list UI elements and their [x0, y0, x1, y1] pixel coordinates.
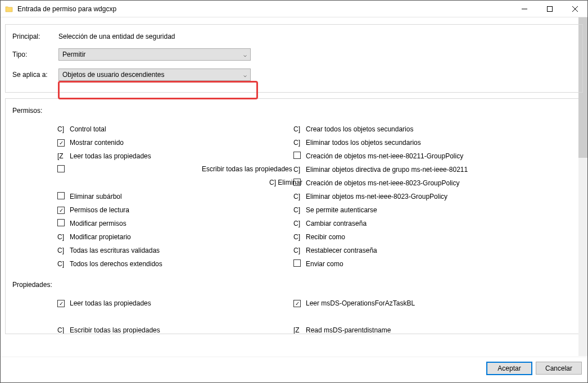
properties-columns: ✓Leer todas las propiedadesC]Escribir to…	[57, 297, 576, 334]
checkbox-glyph: C]	[293, 139, 306, 147]
chevron-down-icon: ⌵	[243, 72, 247, 78]
permission-item: Eliminar subárbol	[57, 190, 293, 203]
principal-link[interactable]: Selección de una entidad de seguridad	[58, 33, 175, 40]
permission-label: Enviar como	[306, 260, 343, 268]
permission-item	[57, 176, 293, 190]
folder-icon	[5, 5, 13, 13]
checkbox-glyph: C]	[293, 125, 306, 133]
permission-label: Recibir como	[306, 233, 345, 241]
permission-item: C]Recibir como	[293, 230, 530, 244]
checkbox-glyph: C]	[293, 220, 306, 227]
permission-item: ✓Mostrar contenido	[57, 136, 293, 149]
permission-item: C]Control total	[57, 122, 293, 136]
checkbox[interactable]	[57, 192, 65, 199]
permission-label: Todos los derechos extendidos	[70, 260, 162, 268]
applies-value: Objetos de usuario descendientes	[62, 71, 164, 79]
permission-item: C]Restablecer contraseña	[293, 244, 530, 257]
properties-label: Propiedades:	[12, 281, 576, 289]
permission-label: Eliminar subárbol	[70, 193, 122, 200]
permission-label: Eliminar objetos ms-net-ieee-8023-GroupP…	[306, 193, 447, 200]
applies-label: Se aplica a:	[12, 71, 58, 79]
checkbox[interactable]	[293, 152, 301, 159]
cancel-button[interactable]: Cancelar	[536, 362, 582, 375]
bottom-bar: Aceptar Cancelar	[1, 357, 587, 379]
checkbox-glyph: [Z	[57, 152, 70, 160]
permission-label: Creación de objetos ms-net-ieee-80211-Gr…	[306, 152, 463, 160]
permission-item: C]Se permite autenticarse	[293, 203, 530, 217]
titlebar: Entrada de permiso para wdgcxp	[1, 1, 587, 17]
checkbox[interactable]: ✓	[293, 300, 301, 307]
permission-item: ✓Leer msDS-OperationsForAzTaskBL	[293, 297, 530, 310]
checkbox[interactable]	[293, 259, 301, 267]
permission-label: Leer msDS-OperationsForAzTaskBL	[306, 299, 415, 307]
ok-button[interactable]: Aceptar	[486, 362, 532, 375]
permission-item: C]Todos los derechos extendidos	[57, 257, 293, 271]
checkbox-glyph: C]	[57, 247, 70, 254]
permission-item: C]Eliminar objetos ms-net-ieee-8023-Grou…	[293, 190, 530, 203]
checkbox[interactable]	[57, 219, 65, 226]
permission-item: Creación de objetos ms-net-ieee-8023-Gro…	[293, 176, 530, 190]
checkbox-glyph: C]	[293, 166, 306, 174]
checkbox[interactable]	[57, 165, 65, 172]
permission-label: Crear todos los objetos secundarios	[306, 125, 413, 133]
properties-left-column: ✓Leer todas las propiedadesC]Escribir to…	[57, 297, 293, 334]
close-button[interactable]	[562, 1, 587, 17]
permission-label: Leer todas las propiedades	[70, 152, 151, 160]
checkbox-glyph: C]	[293, 193, 306, 200]
permission-label: Escribir todas las propiedades	[70, 326, 160, 334]
permission-item: Enviar como	[293, 257, 530, 271]
permission-item: C]Eliminar objetos directiva de grupo ms…	[293, 163, 530, 176]
permission-label: Eliminar objetos directiva de grupo ms-n…	[306, 166, 468, 174]
checkbox[interactable]: ✓	[57, 300, 65, 307]
permission-label: Se permite autenticarse	[306, 206, 377, 214]
permission-label: Modificar permisos	[70, 220, 126, 227]
permission-item: C]Escribir todas las propiedades	[57, 323, 293, 334]
permission-label: Read msDS-parentdistname	[306, 326, 391, 334]
permission-item: Creación de objetos ms-net-ieee-80211-Gr…	[293, 149, 530, 163]
minimize-button[interactable]	[512, 1, 537, 17]
permission-label: Permisos de lectura	[70, 206, 129, 214]
svg-rect-1	[547, 7, 552, 12]
permission-item: C]Cambiar contraseña	[293, 217, 530, 230]
checkbox-glyph: C]	[57, 125, 70, 133]
permission-item: C]Crear todos los objetos secundarios	[293, 122, 530, 136]
permission-label: Todas las escrituras validadas	[70, 247, 160, 254]
chevron-down-icon: ⌵	[243, 52, 247, 58]
window-title: Entrada de permiso para wdgcxp	[17, 5, 512, 13]
checkbox[interactable]: ✓	[57, 139, 65, 147]
permissions-left-column: C]Control total✓Mostrar contenido[ZLeer …	[57, 122, 293, 271]
permission-item	[293, 310, 530, 323]
permission-item	[57, 310, 293, 323]
permissions-columns: C]Control total✓Mostrar contenido[ZLeer …	[57, 122, 576, 271]
type-label: Tipo:	[12, 51, 58, 58]
maximize-button[interactable]	[537, 1, 562, 17]
checkbox-glyph: [Z	[293, 326, 306, 334]
properties-right-column: ✓Leer msDS-OperationsForAzTaskBL[ZRead m…	[293, 297, 530, 334]
applies-dropdown[interactable]: Objetos de usuario descendientes ⌵	[58, 69, 251, 81]
permissions-panel: Permisos: C]Control total✓Mostrar conten…	[5, 98, 583, 334]
permission-label: Modificar propietario	[70, 233, 131, 241]
checkbox-glyph: C]	[293, 247, 306, 254]
permission-label: Leer todas las propiedades	[70, 299, 151, 307]
delete-label: C] Eliminar	[269, 179, 302, 186]
principal-label: Principal:	[12, 33, 58, 40]
checkbox-glyph: C]	[293, 206, 306, 214]
permissions-right-column: C]Crear todos los objetos secundariosC]E…	[293, 122, 530, 271]
checkbox[interactable]: ✓	[57, 207, 65, 214]
permission-item: [ZRead msDS-parentdistname	[293, 323, 530, 334]
highlight-annotation	[58, 81, 258, 99]
permission-label: Creación de objetos ms-net-ieee-8023-Gro…	[306, 179, 459, 187]
permission-label: Cambiar contraseña	[306, 220, 367, 227]
permission-item: ✓Leer todas las propiedades	[57, 297, 293, 310]
permission-item: ✓Permisos de lectura	[57, 203, 293, 217]
top-panel: Principal: Selección de una entidad de s…	[5, 24, 583, 93]
permission-item: C]Todas las escrituras validadas	[57, 244, 293, 257]
checkbox-glyph: C]	[57, 326, 70, 334]
permission-item: C]Eliminar todos los objetos secundarios	[293, 136, 530, 149]
permissions-label: Permisos:	[12, 107, 576, 115]
type-dropdown[interactable]: Permitir ⌵	[58, 48, 251, 61]
permission-label: Mostrar contenido	[70, 139, 124, 147]
permission-item: C]Modificar propietario	[57, 230, 293, 244]
permission-label: Eliminar todos los objetos secundarios	[306, 139, 421, 147]
write-all-props-label: Escribir todas las propiedades	[202, 165, 292, 173]
